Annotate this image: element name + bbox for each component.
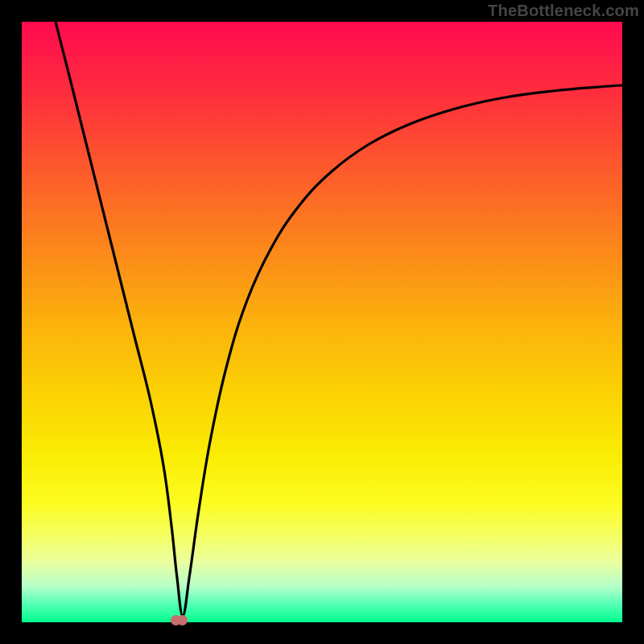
marker-dot: [177, 615, 188, 625]
plot-area: [22, 22, 622, 622]
curve-line: [56, 22, 622, 616]
curve-svg: [22, 22, 622, 622]
chart-frame: TheBottleneck.com: [0, 0, 644, 644]
watermark-text: TheBottleneck.com: [488, 2, 639, 20]
